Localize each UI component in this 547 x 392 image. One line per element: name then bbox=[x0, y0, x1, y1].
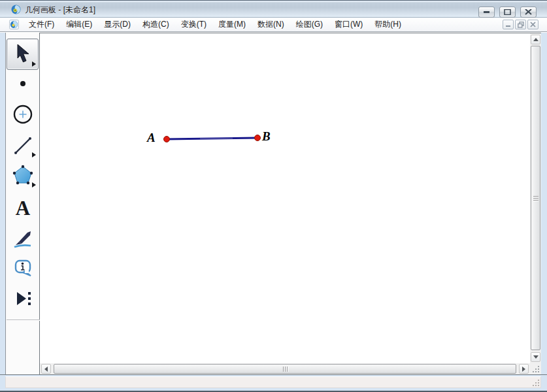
mdi-close-icon bbox=[530, 22, 536, 27]
triangle-down-icon bbox=[533, 355, 539, 359]
marker-tool-icon bbox=[10, 226, 35, 252]
horizontal-scrollbar[interactable] bbox=[40, 363, 530, 374]
menu-construct[interactable]: 构造(C) bbox=[137, 17, 175, 32]
triangle-up-icon bbox=[533, 38, 539, 41]
minimize-icon bbox=[483, 9, 490, 15]
toolbar-separator bbox=[7, 319, 40, 320]
mdi-close-button[interactable] bbox=[527, 20, 539, 29]
selection-arrow-icon bbox=[10, 41, 35, 67]
mdi-restore-icon bbox=[518, 22, 524, 28]
statusbar-resize-grip-icon[interactable] bbox=[533, 380, 540, 387]
sketch-layer bbox=[40, 33, 530, 364]
menu-window[interactable]: 窗口(W) bbox=[329, 17, 369, 32]
compass-circle-tool[interactable] bbox=[8, 100, 38, 129]
marker-tool[interactable] bbox=[8, 225, 38, 253]
scroll-down-button[interactable] bbox=[531, 352, 540, 362]
scroll-right-button[interactable] bbox=[519, 364, 529, 374]
point-tool-icon bbox=[10, 71, 35, 97]
close-icon bbox=[525, 9, 532, 15]
scroll-left-button[interactable] bbox=[41, 364, 51, 374]
point-label-b[interactable]: B bbox=[262, 130, 271, 142]
menu-data[interactable]: 数据(N) bbox=[252, 17, 290, 32]
status-bar bbox=[0, 375, 547, 392]
menu-transform[interactable]: 变换(T) bbox=[175, 17, 212, 32]
status-message bbox=[5, 376, 541, 388]
vertical-scrollbar-thumb[interactable] bbox=[531, 46, 540, 350]
point-label-a[interactable]: A bbox=[147, 131, 156, 144]
menu-file[interactable]: 文件(F) bbox=[23, 17, 60, 32]
minimize-button[interactable] bbox=[478, 7, 495, 18]
titlebar[interactable]: 几何画板 - [未命名1] bbox=[0, 1, 547, 18]
maximize-button[interactable] bbox=[499, 7, 516, 18]
mdi-minimize-button[interactable] bbox=[503, 20, 514, 29]
app-window: 几何画板 - [未命名1] 文件(F) 编辑(E) 显示(D) 构造(C) 变换… bbox=[0, 0, 547, 392]
custom-tool[interactable] bbox=[8, 284, 38, 313]
custom-tool-icon bbox=[10, 286, 35, 312]
text-tool-icon: A bbox=[16, 198, 30, 218]
straightedge-segment-tool[interactable] bbox=[8, 131, 38, 160]
document-app-icon[interactable] bbox=[9, 20, 19, 29]
selection-arrow-tool[interactable] bbox=[7, 39, 39, 70]
information-tool-icon bbox=[10, 255, 35, 282]
point-B bbox=[255, 135, 261, 141]
app-icon bbox=[11, 5, 21, 14]
resize-grip-icon bbox=[530, 363, 541, 374]
window-title: 几何画板 - [未命名1] bbox=[25, 5, 95, 16]
drawing-canvas[interactable]: A B bbox=[40, 33, 530, 363]
close-button[interactable] bbox=[520, 7, 537, 18]
resize-grip[interactable] bbox=[530, 363, 541, 374]
workarea: A bbox=[0, 33, 547, 374]
polygon-tool[interactable] bbox=[8, 161, 38, 190]
window-controls bbox=[478, 7, 537, 18]
menu-measure[interactable]: 度量(M) bbox=[212, 17, 252, 32]
tool-submenu-arrow-icon bbox=[32, 152, 36, 157]
mdi-window-controls bbox=[503, 20, 539, 29]
point-A bbox=[164, 137, 170, 142]
triangle-left-icon bbox=[44, 367, 48, 372]
menu-edit[interactable]: 编辑(E) bbox=[60, 17, 98, 32]
mdi-restore-button[interactable] bbox=[515, 20, 526, 29]
triangle-right-icon bbox=[522, 367, 525, 372]
tool-submenu-arrow-icon bbox=[32, 182, 36, 188]
mdi-minimize-icon bbox=[505, 22, 511, 27]
point-tool[interactable] bbox=[8, 69, 38, 98]
horizontal-scrollbar-thumb[interactable] bbox=[54, 364, 516, 374]
menu-display[interactable]: 显示(D) bbox=[98, 17, 137, 32]
toolbox: A bbox=[5, 33, 40, 374]
menu-graph[interactable]: 绘图(G) bbox=[290, 17, 329, 32]
menubar: 文件(F) 编辑(E) 显示(D) 构造(C) 变换(T) 度量(M) 数据(N… bbox=[0, 18, 547, 31]
scroll-up-button[interactable] bbox=[531, 35, 540, 44]
circle-tool-icon bbox=[10, 101, 35, 127]
vertical-scrollbar[interactable] bbox=[530, 33, 541, 363]
text-tool[interactable]: A bbox=[8, 193, 38, 222]
menu-help[interactable]: 帮助(H) bbox=[369, 17, 407, 32]
information-tool[interactable] bbox=[8, 254, 38, 283]
maximize-icon bbox=[504, 9, 511, 15]
tool-submenu-arrow-icon bbox=[32, 61, 36, 67]
